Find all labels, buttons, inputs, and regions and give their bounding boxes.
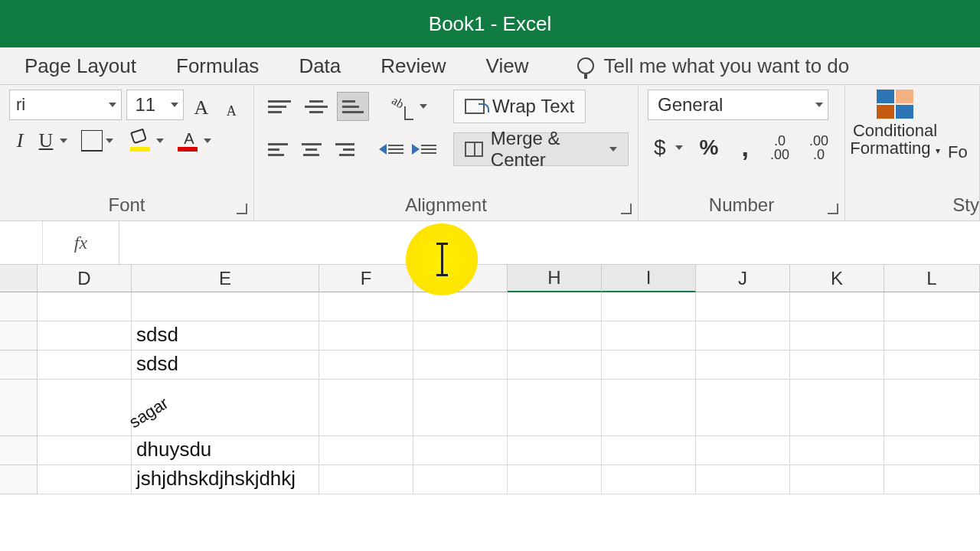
cell[interactable]: [790, 292, 884, 321]
align-middle-button[interactable]: [300, 92, 332, 121]
cell[interactable]: [884, 321, 980, 350]
row-header[interactable]: [0, 321, 38, 350]
cell[interactable]: [38, 465, 132, 494]
align-top-button[interactable]: [263, 92, 296, 121]
spreadsheet-grid[interactable]: D E F G H I J K L sdsd sdsd: [0, 265, 980, 494]
cell[interactable]: [508, 436, 602, 465]
align-bottom-button[interactable]: [337, 92, 369, 121]
conditional-formatting-button[interactable]: ConditionalFormatting ▾: [845, 85, 945, 162]
chevron-down-icon[interactable]: [204, 139, 211, 143]
underline-button[interactable]: U: [35, 129, 57, 152]
cell[interactable]: [602, 292, 696, 321]
font-name-dropdown[interactable]: ri: [9, 90, 122, 120]
column-header-K[interactable]: K: [790, 265, 884, 292]
chevron-down-icon[interactable]: [156, 139, 164, 143]
align-right-button[interactable]: [331, 135, 360, 164]
cell[interactable]: [38, 350, 132, 380]
cell[interactable]: [696, 465, 790, 494]
cell[interactable]: sagar: [132, 380, 319, 436]
number-dialog-launcher[interactable]: [828, 204, 838, 214]
row-header[interactable]: [0, 436, 38, 465]
formula-cancel-button[interactable]: [0, 221, 43, 264]
chevron-down-icon[interactable]: [60, 139, 67, 143]
wrap-text-button[interactable]: Wrap Text: [453, 90, 586, 123]
cell[interactable]: [602, 380, 696, 436]
tab-page-layout[interactable]: Page Layout: [5, 48, 156, 84]
font-color-button[interactable]: A: [178, 130, 201, 152]
column-header-F[interactable]: F: [319, 265, 413, 292]
increase-font-size-button[interactable]: A: [188, 90, 214, 119]
orientation-button[interactable]: ab: [389, 93, 416, 120]
chevron-down-icon[interactable]: [675, 145, 683, 150]
cell[interactable]: [413, 380, 508, 436]
number-format-dropdown[interactable]: General: [648, 90, 828, 120]
cell[interactable]: [38, 292, 132, 321]
formula-input[interactable]: [119, 221, 980, 264]
column-header-I[interactable]: I: [602, 265, 696, 292]
decrease-indent-button[interactable]: [379, 135, 407, 163]
cell[interactable]: [508, 321, 602, 350]
row-header[interactable]: [0, 292, 38, 321]
column-header-H[interactable]: H: [508, 265, 602, 292]
merge-center-button[interactable]: Merge & Center: [453, 132, 629, 166]
cell[interactable]: [413, 321, 508, 350]
cell[interactable]: [413, 350, 508, 380]
tab-formulas[interactable]: Formulas: [156, 48, 279, 84]
format-as-table-button[interactable]: Fo: [945, 85, 971, 162]
percent-format-button[interactable]: %: [694, 132, 725, 163]
cell[interactable]: [602, 321, 696, 350]
cell[interactable]: [790, 350, 884, 380]
align-center-button[interactable]: [297, 135, 326, 164]
cell[interactable]: [508, 350, 602, 380]
cell[interactable]: [319, 321, 413, 350]
cell[interactable]: [319, 436, 413, 465]
cell[interactable]: [413, 292, 508, 321]
cell[interactable]: [696, 380, 790, 436]
cell[interactable]: [508, 465, 602, 494]
tab-review[interactable]: Review: [361, 48, 466, 84]
borders-button[interactable]: [81, 130, 103, 152]
column-header-E[interactable]: E: [132, 265, 319, 292]
italic-button[interactable]: I: [9, 129, 31, 152]
cell[interactable]: [696, 436, 790, 465]
cell[interactable]: [132, 292, 319, 321]
cell[interactable]: [696, 292, 790, 321]
cell[interactable]: [884, 436, 980, 465]
cell[interactable]: [884, 465, 980, 494]
column-header-D[interactable]: D: [38, 265, 132, 292]
font-size-dropdown[interactable]: 11: [126, 90, 184, 120]
cell[interactable]: [790, 465, 884, 494]
tell-me-search[interactable]: Tell me what you want to do: [548, 54, 849, 78]
tab-data[interactable]: Data: [279, 48, 361, 84]
cell[interactable]: sdsd: [132, 321, 319, 350]
fx-icon[interactable]: fx: [43, 221, 119, 264]
font-dialog-launcher[interactable]: [237, 204, 247, 214]
column-header-J[interactable]: J: [696, 265, 790, 292]
select-all-corner[interactable]: [0, 265, 38, 292]
cell[interactable]: dhuysdu: [132, 436, 319, 465]
cell[interactable]: [884, 350, 980, 380]
row-header[interactable]: [0, 350, 38, 380]
cell[interactable]: [508, 292, 602, 321]
cell[interactable]: [319, 350, 413, 380]
cell[interactable]: [602, 465, 696, 494]
cell[interactable]: [319, 380, 413, 436]
cell[interactable]: jshjdhskdjhskjdhkj: [132, 465, 319, 494]
increase-decimal-button[interactable]: .0 .00: [766, 132, 794, 163]
comma-format-button[interactable]: ,: [735, 129, 754, 165]
row-header[interactable]: [0, 380, 38, 436]
cell[interactable]: [413, 465, 508, 494]
decrease-decimal-button[interactable]: .00 .0: [805, 132, 833, 163]
cell[interactable]: [38, 380, 132, 436]
tab-view[interactable]: View: [466, 48, 549, 84]
fill-color-button[interactable]: [130, 130, 153, 152]
cell[interactable]: [696, 321, 790, 350]
cell[interactable]: [319, 292, 413, 321]
cell[interactable]: [884, 292, 980, 321]
cell[interactable]: [790, 380, 884, 436]
chevron-down-icon[interactable]: [106, 139, 113, 143]
chevron-down-icon[interactable]: [420, 104, 427, 109]
cell[interactable]: [319, 465, 413, 494]
increase-indent-button[interactable]: [412, 135, 439, 163]
cell[interactable]: [38, 436, 132, 465]
